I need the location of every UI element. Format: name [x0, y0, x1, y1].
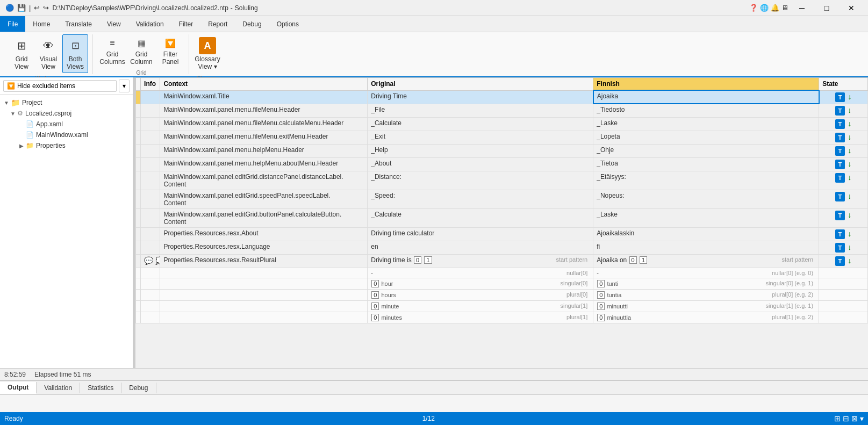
- glossary-view-button[interactable]: A GlossaryView ▾: [195, 34, 220, 73]
- view-icon-3[interactable]: ⊠: [851, 414, 858, 423]
- maximize-button[interactable]: □: [814, 0, 839, 16]
- row-finnish-6[interactable]: _Tietoa: [593, 157, 819, 171]
- menu-debug[interactable]: Debug: [235, 16, 269, 32]
- state-dl-2[interactable]: ↓: [848, 106, 851, 114]
- row-context-8[interactable]: MainWindow.xaml.panel.editGrid.speedPane…: [160, 190, 368, 208]
- row-context-1[interactable]: MainWindow.xaml.Title: [160, 90, 368, 104]
- table-row[interactable]: MainWindow.xaml.panel.menu.fileMenu.exit…: [136, 131, 868, 144]
- row-original-2[interactable]: _File: [368, 104, 593, 117]
- state-dl-5[interactable]: ↓: [848, 146, 851, 155]
- row-context-12[interactable]: Properties.Resources.resx.ResultPlural: [160, 254, 368, 268]
- menu-view[interactable]: View: [99, 16, 128, 32]
- menu-validation[interactable]: Validation: [128, 16, 171, 32]
- redo-button[interactable]: ↪: [42, 3, 50, 13]
- table-row[interactable]: Properties.Resources.resx.Language en fi…: [136, 241, 868, 254]
- row-original-11[interactable]: en: [368, 241, 593, 254]
- row-context-7[interactable]: MainWindow.xaml.panel.editGrid.distanceP…: [160, 171, 368, 190]
- row-finnish-12[interactable]: Ajoaika on 0 1 start pattern: [593, 254, 819, 268]
- row-original-6[interactable]: _About: [368, 157, 593, 171]
- row-context-4[interactable]: MainWindow.xaml.panel.menu.fileMenu.exit…: [160, 131, 368, 144]
- row-context-6[interactable]: MainWindow.xaml.panel.menu.helpMenu.abou…: [160, 157, 368, 171]
- monitor-icon[interactable]: 🖥: [780, 0, 790, 16]
- tab-statistics[interactable]: Statistics: [80, 383, 121, 393]
- table-row[interactable]: MainWindow.xaml.Title Driving Time Ajoai…: [136, 90, 868, 104]
- menu-options[interactable]: Options: [269, 16, 306, 32]
- table-row[interactable]: MainWindow.xaml.panel.menu.helpMenu.Head…: [136, 144, 868, 157]
- grid-view-button[interactable]: ⊞ GridView: [9, 34, 34, 73]
- row-finnish-3[interactable]: _Laske: [593, 117, 819, 131]
- table-row[interactable]: MainWindow.xaml.panel.editGrid.speedPane…: [136, 190, 868, 208]
- view-dropdown[interactable]: ▾: [860, 414, 864, 423]
- row-finnish-9[interactable]: _Laske: [593, 208, 819, 227]
- state-dl-9[interactable]: ↓: [848, 211, 851, 219]
- row-original-12[interactable]: Driving time is 0 1 start pattern: [368, 254, 593, 268]
- grid-container[interactable]: Info Context Original Finnish State Main…: [135, 77, 868, 368]
- expand-properties[interactable]: ▶: [17, 141, 26, 150]
- menu-translate[interactable]: Translate: [58, 16, 99, 32]
- visual-view-button[interactable]: 👁 VisualView: [35, 34, 61, 73]
- menu-report[interactable]: Report: [200, 16, 235, 32]
- grid-columns-button[interactable]: ≡ GridColumns: [98, 34, 126, 68]
- row-original-4[interactable]: _Exit: [368, 131, 593, 144]
- row-finnish-7[interactable]: _Etäisyys:: [593, 171, 819, 190]
- row-original-1[interactable]: Driving Time: [368, 90, 593, 104]
- row-finnish-10[interactable]: Ajoaikalaskin: [593, 227, 819, 241]
- table-row[interactable]: MainWindow.xaml.panel.menu.fileMenu.Head…: [136, 104, 868, 117]
- row-finnish-2[interactable]: _Tiedosto: [593, 104, 819, 117]
- both-views-button[interactable]: ⊡ BothViews: [62, 34, 88, 73]
- state-t-6[interactable]: T: [835, 160, 845, 169]
- tab-validation[interactable]: Validation: [37, 383, 80, 393]
- state-t-1[interactable]: T: [835, 92, 845, 102]
- close-button[interactable]: ✕: [839, 0, 864, 16]
- col-header-context[interactable]: Context: [160, 78, 368, 91]
- state-t-3[interactable]: T: [835, 119, 845, 129]
- row-finnish-8[interactable]: _Nopeus:: [593, 190, 819, 208]
- state-dl-10[interactable]: ↓: [848, 229, 851, 238]
- table-row[interactable]: MainWindow.xaml.panel.editGrid.buttonPan…: [136, 208, 868, 227]
- grid-column-button[interactable]: ▦ GridColumn: [127, 34, 155, 68]
- view-icon-2[interactable]: ⊟: [843, 414, 849, 423]
- save-button[interactable]: 💾: [16, 3, 27, 13]
- hide-excluded-button[interactable]: 🔽 Hide excluded items: [3, 80, 117, 92]
- state-t-5[interactable]: T: [835, 146, 845, 156]
- table-row[interactable]: 💬 💭 Properties.Resources.resx.ResultPlur…: [136, 254, 868, 268]
- app-icon[interactable]: 🔵: [4, 3, 15, 13]
- tree-item-project[interactable]: ▼ 📁 Project: [0, 97, 133, 108]
- state-dl-11[interactable]: ↓: [848, 243, 851, 251]
- row-context-2[interactable]: MainWindow.xaml.panel.menu.fileMenu.Head…: [160, 104, 368, 117]
- view-icon-1[interactable]: ⊞: [834, 414, 841, 423]
- row-finnish-1[interactable]: Ajoaika: [593, 90, 819, 104]
- row-finnish-5[interactable]: _Ohje: [593, 144, 819, 157]
- state-t-4[interactable]: T: [835, 133, 845, 142]
- row-original-8[interactable]: _Speed:: [368, 190, 593, 208]
- state-t-10[interactable]: T: [835, 229, 845, 239]
- state-dl-7[interactable]: ↓: [848, 173, 851, 182]
- state-t-8[interactable]: T: [835, 192, 845, 201]
- table-row[interactable]: MainWindow.xaml.panel.menu.helpMenu.abou…: [136, 157, 868, 171]
- tree-item-properties[interactable]: ▶ 📁 Properties: [0, 140, 133, 151]
- row-original-7[interactable]: _Distance:: [368, 171, 593, 190]
- row-finnish-4[interactable]: _Lopeta: [593, 131, 819, 144]
- expand-csproj[interactable]: ▼: [9, 109, 17, 118]
- row-original-5[interactable]: _Help: [368, 144, 593, 157]
- row-original-10[interactable]: Driving time calculator: [368, 227, 593, 241]
- row-original-9[interactable]: _Calculate: [368, 208, 593, 227]
- row-context-9[interactable]: MainWindow.xaml.panel.editGrid.buttonPan…: [160, 208, 368, 227]
- expand-project[interactable]: ▼: [2, 98, 11, 107]
- filter-panel-button[interactable]: 🔽 FilterPanel: [156, 34, 184, 68]
- row-context-5[interactable]: MainWindow.xaml.panel.menu.helpMenu.Head…: [160, 144, 368, 157]
- state-dl-4[interactable]: ↓: [848, 133, 851, 141]
- table-row[interactable]: Properties.Resources.resx.About Driving …: [136, 227, 868, 241]
- menu-filter[interactable]: Filter: [171, 16, 201, 32]
- state-dl-6[interactable]: ↓: [848, 160, 851, 168]
- tab-debug[interactable]: Debug: [121, 383, 156, 393]
- row-context-11[interactable]: Properties.Resources.resx.Language: [160, 241, 368, 254]
- table-row[interactable]: MainWindow.xaml.panel.menu.fileMenu.calc…: [136, 117, 868, 131]
- state-dl-8[interactable]: ↓: [848, 192, 851, 200]
- state-dl-12[interactable]: ↓: [848, 256, 851, 265]
- tree-item-appxaml[interactable]: 📄 App.xaml: [0, 119, 133, 129]
- tree-item-csproj[interactable]: ▼ ⚙ Localized.csproj: [0, 108, 133, 119]
- filter-dropdown-arrow[interactable]: ▾: [119, 80, 130, 92]
- menu-home[interactable]: Home: [25, 16, 58, 32]
- table-row[interactable]: MainWindow.xaml.panel.editGrid.distanceP…: [136, 171, 868, 190]
